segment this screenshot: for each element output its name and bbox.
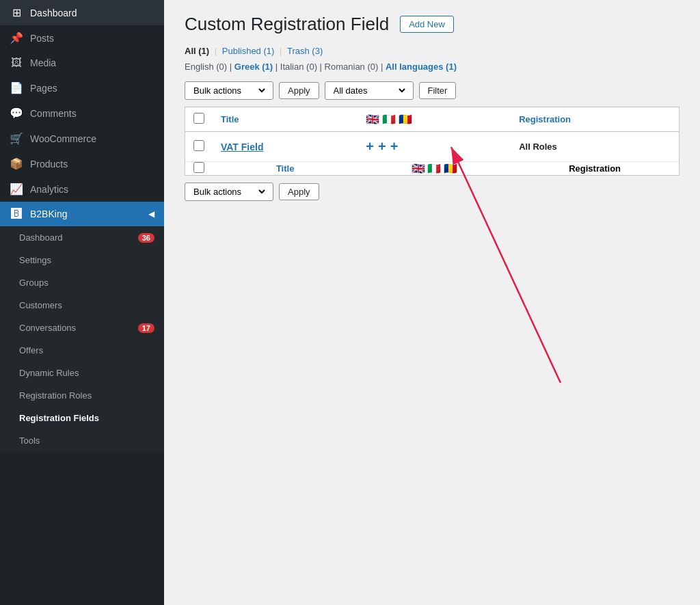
select-all-bottom-checkbox[interactable]: [193, 162, 204, 173]
toolbar-bottom: Bulk actions Apply: [185, 183, 679, 201]
col-title-footer[interactable]: Title: [213, 162, 358, 176]
sidebar-item-label: Analytics: [30, 184, 154, 195]
submenu-item-tools[interactable]: Tools: [0, 429, 164, 452]
col-flags-footer: 🇬🇧 🇮🇹 🇷🇴: [358, 162, 511, 176]
row-checkbox-vat[interactable]: [193, 140, 204, 151]
row-title-cell: VAT Field: [213, 132, 358, 162]
sidebar-item-label: Comments: [30, 108, 154, 119]
b2bking-submenu: Dashboard 36 Settings Groups Customers C…: [0, 226, 164, 452]
row-roles-cell: All Roles: [511, 132, 679, 162]
submenu-label: Offers: [19, 345, 154, 355]
bulk-actions-dropdown-top[interactable]: Bulk actions: [185, 81, 273, 100]
col-checkbox-bottom: [185, 162, 213, 176]
sidebar-item-label: Media: [30, 57, 154, 68]
select-all-checkbox[interactable]: [193, 113, 204, 124]
filter-published-link[interactable]: Published (1): [222, 46, 275, 56]
lang-english: English (0): [185, 62, 227, 72]
sidebar-item-label: B2BKing: [30, 209, 142, 219]
row-checkbox-cell: [185, 132, 213, 162]
dashboard-badge: 36: [138, 233, 154, 243]
submenu-item-settings[interactable]: Settings: [0, 249, 164, 271]
submenu-label: Tools: [19, 435, 154, 446]
plus-icon-3[interactable]: +: [390, 139, 399, 154]
bulk-actions-select-bottom[interactable]: Bulk actions: [191, 186, 267, 198]
page-title-row: Custom Registration Field Add New: [185, 14, 679, 35]
registration-fields-table: Title 🇬🇧 🇮🇹 🇷🇴 Registration VAT Field: [185, 107, 679, 176]
submenu-item-groups[interactable]: Groups: [0, 271, 164, 294]
apply-button-top[interactable]: Apply: [279, 82, 319, 99]
table-row: VAT Field + + + All Roles: [185, 132, 679, 162]
sidebar-item-label: Products: [30, 159, 154, 170]
comments-icon: 💬: [10, 107, 23, 120]
sidebar-item-dashboard[interactable]: ⊞ Dashboard: [0, 0, 164, 25]
submenu-item-registration-fields[interactable]: Registration Fields: [0, 407, 164, 429]
sidebar-item-label: WooCommerce: [30, 133, 154, 144]
col-registration-header: Registration: [511, 107, 679, 132]
apply-button-bottom[interactable]: Apply: [279, 183, 319, 200]
submenu-label: Registration Roles: [19, 390, 154, 401]
toolbar-top: Bulk actions Apply All dates Filter: [185, 81, 679, 100]
vat-field-link[interactable]: VAT Field: [221, 142, 263, 152]
add-new-button[interactable]: Add New: [400, 16, 454, 33]
page-title: Custom Registration Field: [185, 14, 389, 35]
lang-all-link[interactable]: All languages (1): [386, 62, 457, 72]
sidebar-item-media[interactable]: 🖼 Media: [0, 51, 164, 75]
flag-it: 🇮🇹: [382, 113, 396, 125]
submenu-item-registration-roles[interactable]: Registration Roles: [0, 384, 164, 407]
b2bking-icon: 🅱: [10, 208, 23, 220]
lang-sep4: |: [381, 62, 386, 72]
sidebar-item-label: Posts: [30, 33, 154, 44]
submenu-item-offers[interactable]: Offers: [0, 339, 164, 362]
flag-it-bottom: 🇮🇹: [427, 163, 441, 174]
analytics-icon: 📈: [10, 183, 23, 196]
col-flags-header: 🇬🇧 🇮🇹 🇷🇴: [358, 107, 511, 132]
sidebar-collapse-icon: ◀: [148, 209, 154, 219]
sidebar-item-woocommerce[interactable]: 🛒 WooCommerce: [0, 126, 164, 151]
lang-greek-link[interactable]: Greek (1): [234, 62, 273, 72]
all-dates-dropdown[interactable]: All dates: [325, 81, 414, 100]
sidebar-item-comments[interactable]: 💬 Comments: [0, 100, 164, 126]
submenu-label: Dynamic Rules: [19, 368, 154, 378]
pages-icon: 📄: [10, 81, 23, 94]
lang-sep1: |: [230, 62, 234, 72]
submenu-label: Customers: [19, 300, 154, 310]
main-content: Custom Registration Field Add New All (1…: [164, 0, 700, 605]
row-flags-cell: + + +: [358, 132, 511, 162]
col-registration-footer: Registration: [511, 162, 679, 176]
plus-icon-2[interactable]: +: [378, 139, 386, 154]
submenu-label: Groups: [19, 278, 154, 288]
sidebar-item-label: Pages: [30, 83, 154, 94]
sidebar: ⊞ Dashboard 📌 Posts 🖼 Media 📄 Pages 💬 Co…: [0, 0, 164, 605]
submenu-item-customers[interactable]: Customers: [0, 294, 164, 317]
all-dates-select[interactable]: All dates: [331, 85, 407, 96]
bulk-actions-select-top[interactable]: Bulk actions: [191, 85, 267, 96]
submenu-label: Conversations: [19, 323, 131, 333]
plus-icon-1[interactable]: +: [366, 139, 374, 154]
posts-icon: 📌: [10, 31, 23, 44]
flag-ro: 🇷🇴: [399, 113, 412, 125]
lang-italian: Italian (0): [280, 62, 317, 72]
flag-ro-bottom: 🇷🇴: [444, 163, 457, 174]
lang-links-row: English (0) | Greek (1) | Italian (0) | …: [185, 62, 679, 72]
lang-sep2: |: [275, 62, 280, 72]
products-icon: 📦: [10, 157, 23, 170]
submenu-item-dynamic-rules[interactable]: Dynamic Rules: [0, 362, 164, 384]
filter-all-link[interactable]: All (1): [185, 46, 209, 56]
col-title-header[interactable]: Title: [213, 107, 358, 132]
sidebar-item-analytics[interactable]: 📈 Analytics: [0, 176, 164, 202]
flag-uk-bottom: 🇬🇧: [412, 163, 425, 174]
sidebar-item-pages[interactable]: 📄 Pages: [0, 75, 164, 100]
dashboard-icon: ⊞: [10, 6, 23, 19]
submenu-item-conversations[interactable]: Conversations 17: [0, 317, 164, 339]
lang-sep3: |: [320, 62, 325, 72]
col-checkbox: [185, 107, 213, 132]
submenu-label: Dashboard: [19, 232, 131, 243]
conversations-badge: 17: [138, 323, 154, 333]
sidebar-item-b2bking[interactable]: 🅱 B2BKing ◀: [0, 202, 164, 226]
sidebar-item-products[interactable]: 📦 Products: [0, 151, 164, 176]
sidebar-item-posts[interactable]: 📌 Posts: [0, 25, 164, 51]
filter-button[interactable]: Filter: [419, 82, 457, 99]
filter-trash-link[interactable]: Trash (3): [287, 46, 323, 56]
submenu-item-dashboard[interactable]: Dashboard 36: [0, 226, 164, 249]
bulk-actions-dropdown-bottom[interactable]: Bulk actions: [185, 183, 273, 201]
